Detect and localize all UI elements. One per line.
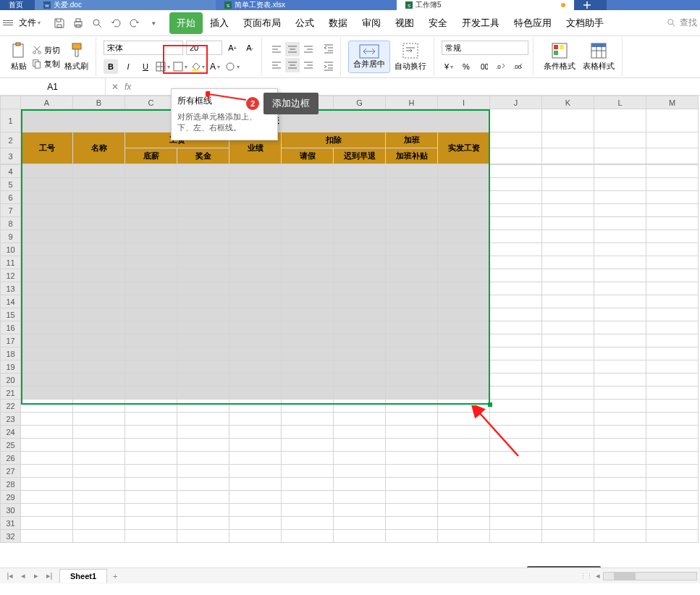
- cell[interactable]: [386, 308, 438, 321]
- cell[interactable]: [177, 308, 229, 321]
- sheet-nav-last[interactable]: ▸|: [43, 571, 55, 581]
- cell[interactable]: [177, 400, 229, 413]
- cell[interactable]: [229, 269, 282, 282]
- cell[interactable]: [386, 334, 438, 347]
- row-header[interactable]: 20: [1, 374, 21, 387]
- cell[interactable]: [542, 517, 594, 530]
- cell[interactable]: [125, 295, 177, 308]
- cell[interactable]: [334, 191, 386, 204]
- cell[interactable]: [386, 230, 438, 243]
- cell[interactable]: [386, 452, 438, 465]
- cell[interactable]: [334, 334, 386, 347]
- increase-font-button[interactable]: A+: [225, 41, 240, 55]
- cell[interactable]: [125, 243, 177, 256]
- cell[interactable]: [73, 165, 125, 178]
- menutab-dev[interactable]: 开发工具: [455, 12, 507, 34]
- cell[interactable]: [177, 243, 229, 256]
- cell[interactable]: [646, 504, 699, 517]
- cell[interactable]: [282, 465, 334, 478]
- cell[interactable]: [542, 360, 594, 374]
- row-header[interactable]: 7: [1, 204, 21, 217]
- align-top-left[interactable]: [269, 42, 284, 56]
- cell[interactable]: [334, 465, 386, 478]
- cell[interactable]: [542, 230, 594, 243]
- cell[interactable]: [125, 230, 177, 243]
- cell[interactable]: [490, 256, 542, 269]
- cell[interactable]: [177, 347, 229, 360]
- cell[interactable]: [73, 243, 125, 256]
- cell[interactable]: [542, 400, 594, 413]
- cell[interactable]: [177, 334, 229, 347]
- cell[interactable]: [21, 387, 73, 400]
- cell-border-style-button[interactable]: [173, 59, 187, 74]
- menutab-review[interactable]: 审阅: [355, 12, 388, 34]
- cell[interactable]: [490, 465, 542, 478]
- row-header[interactable]: 18: [1, 347, 21, 360]
- row-header[interactable]: 16: [1, 321, 21, 334]
- row-header[interactable]: 11: [1, 256, 21, 269]
- cell[interactable]: [646, 256, 699, 269]
- cell[interactable]: [646, 517, 699, 530]
- col-header[interactable]: M: [646, 96, 699, 109]
- cell[interactable]: [125, 321, 177, 334]
- cell[interactable]: [21, 426, 73, 439]
- cell[interactable]: [21, 360, 73, 374]
- cell[interactable]: [21, 178, 73, 191]
- cell[interactable]: [542, 439, 594, 452]
- cell[interactable]: [490, 321, 542, 334]
- cell[interactable]: [21, 204, 73, 217]
- cell[interactable]: [386, 295, 438, 308]
- cell[interactable]: [282, 478, 334, 491]
- cell[interactable]: [594, 439, 646, 452]
- cell[interactable]: [334, 256, 386, 269]
- cell[interactable]: [594, 243, 646, 256]
- cell[interactable]: [542, 256, 594, 269]
- cell[interactable]: [386, 217, 438, 230]
- cell[interactable]: [282, 269, 334, 282]
- row-header[interactable]: 19: [1, 360, 21, 374]
- col-header[interactable]: L: [594, 96, 646, 109]
- cell[interactable]: [73, 452, 125, 465]
- wrap-text-button[interactable]: 自动换行: [392, 39, 429, 75]
- cell[interactable]: [229, 426, 282, 439]
- cell[interactable]: [334, 517, 386, 530]
- cell[interactable]: [386, 256, 438, 269]
- cell[interactable]: [594, 230, 646, 243]
- cell[interactable]: [646, 178, 699, 191]
- align-bot-center[interactable]: [285, 58, 300, 72]
- cell[interactable]: [386, 400, 438, 413]
- cell[interactable]: [125, 360, 177, 374]
- cell[interactable]: [542, 191, 594, 204]
- cell[interactable]: [229, 217, 282, 230]
- align-bot-right[interactable]: [301, 58, 316, 72]
- cell[interactable]: [490, 387, 542, 400]
- align-top-right[interactable]: [301, 42, 316, 56]
- cell[interactable]: [229, 321, 282, 334]
- cell[interactable]: [125, 413, 177, 426]
- row-header[interactable]: 8: [1, 217, 21, 230]
- cell[interactable]: [334, 178, 386, 191]
- cell[interactable]: [646, 204, 699, 217]
- sheet-tab[interactable]: Sheet1: [59, 569, 107, 583]
- cell[interactable]: [542, 217, 594, 230]
- cell[interactable]: [334, 491, 386, 504]
- header-cell[interactable]: 加班补贴: [386, 148, 438, 164]
- indent-dec-button[interactable]: [321, 41, 336, 56]
- cell[interactable]: [282, 426, 334, 439]
- cell[interactable]: [177, 517, 229, 530]
- cell[interactable]: [177, 413, 229, 426]
- cell[interactable]: [177, 530, 229, 543]
- cell[interactable]: [125, 347, 177, 360]
- cell[interactable]: [177, 165, 229, 178]
- cell[interactable]: [438, 504, 490, 517]
- cell[interactable]: [282, 282, 334, 295]
- cell[interactable]: [386, 504, 438, 517]
- header-cell[interactable]: 实发工资: [438, 132, 490, 164]
- cell[interactable]: [386, 426, 438, 439]
- cell[interactable]: [21, 256, 73, 269]
- row-header[interactable]: 14: [1, 295, 21, 308]
- cell[interactable]: [646, 491, 699, 504]
- cell[interactable]: [282, 178, 334, 191]
- cell[interactable]: [542, 530, 594, 543]
- cell[interactable]: [386, 165, 438, 178]
